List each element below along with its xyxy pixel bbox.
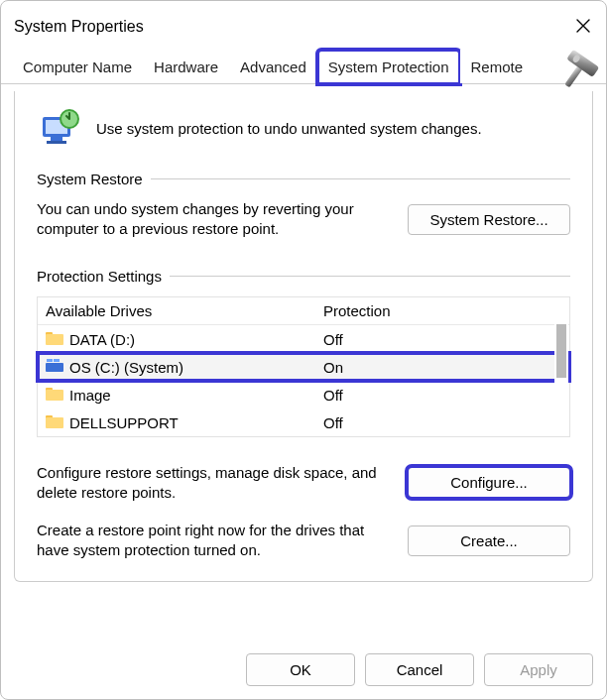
protection-value: Off <box>315 326 569 353</box>
col-header-drives[interactable]: Available Drives <box>38 297 315 324</box>
drive-name: DELLSUPPORT <box>69 414 179 431</box>
scroll-thumb[interactable] <box>556 324 566 378</box>
table-row[interactable]: OS (C:) (System) On <box>38 353 569 381</box>
svg-rect-6 <box>47 141 66 144</box>
configure-desc: Configure restore settings, manage disk … <box>37 463 392 504</box>
folder-icon <box>46 331 63 347</box>
svg-rect-16 <box>46 417 63 428</box>
table-row[interactable]: Image Off <box>38 381 569 408</box>
svg-rect-10 <box>46 363 63 372</box>
svg-rect-1 <box>566 50 599 77</box>
intro-text: Use system protection to undo unwanted s… <box>96 120 482 137</box>
protection-value: On <box>315 354 569 381</box>
create-button[interactable]: Create... <box>408 525 570 556</box>
table-row[interactable]: DELLSUPPORT Off <box>38 408 569 436</box>
apply-button[interactable]: Apply <box>484 653 593 686</box>
tab-advanced[interactable]: Advanced <box>229 50 317 83</box>
window-title: System Properties <box>14 18 144 36</box>
configure-button[interactable]: Configure... <box>408 467 570 498</box>
group-system-restore: System Restore You can undo system chang… <box>37 171 570 240</box>
protection-value: Off <box>315 409 569 436</box>
tab-system-protection[interactable]: System Protection <box>317 50 460 84</box>
tab-remote[interactable]: Remote <box>460 50 535 83</box>
col-header-protection[interactable]: Protection <box>315 297 569 324</box>
tab-panel: Use system protection to undo unwanted s… <box>14 91 593 582</box>
svg-rect-9 <box>46 334 63 345</box>
system-protection-icon <box>37 105 82 151</box>
ok-button[interactable]: OK <box>246 653 355 686</box>
group-label-protection: Protection Settings <box>37 268 162 285</box>
restore-desc: You can undo system changes by reverting… <box>37 199 392 240</box>
tab-strip: Computer Name Hardware Advanced System P… <box>0 44 607 84</box>
hammer-icon <box>553 48 601 95</box>
folder-icon <box>46 387 63 403</box>
group-protection-settings: Protection Settings Available Drives Pro… <box>37 268 570 561</box>
system-restore-button[interactable]: System Restore... <box>408 204 570 235</box>
cancel-button[interactable]: Cancel <box>365 653 474 686</box>
dialog-footer: OK Cancel Apply <box>0 643 607 700</box>
svg-rect-14 <box>46 390 63 401</box>
svg-rect-5 <box>51 137 62 141</box>
scrollbar[interactable] <box>554 298 568 435</box>
table-row[interactable]: DATA (D:) Off <box>38 325 569 353</box>
folder-icon <box>46 414 63 430</box>
protection-value: Off <box>315 382 569 408</box>
drive-name: DATA (D:) <box>69 331 135 348</box>
divider <box>170 276 570 277</box>
os-drive-icon <box>46 359 63 375</box>
tab-hardware[interactable]: Hardware <box>143 50 229 83</box>
create-desc: Create a restore point right now for the… <box>37 521 392 561</box>
drives-table: Available Drives Protection DATA (D:) Of… <box>37 296 570 437</box>
group-label-restore: System Restore <box>37 171 143 187</box>
svg-rect-12 <box>54 359 60 362</box>
drive-name: Image <box>69 387 111 404</box>
close-icon[interactable] <box>575 18 593 36</box>
tab-computer-name[interactable]: Computer Name <box>12 50 143 83</box>
svg-rect-11 <box>47 359 53 362</box>
drive-name: OS (C:) (System) <box>69 359 183 376</box>
divider <box>151 178 570 179</box>
